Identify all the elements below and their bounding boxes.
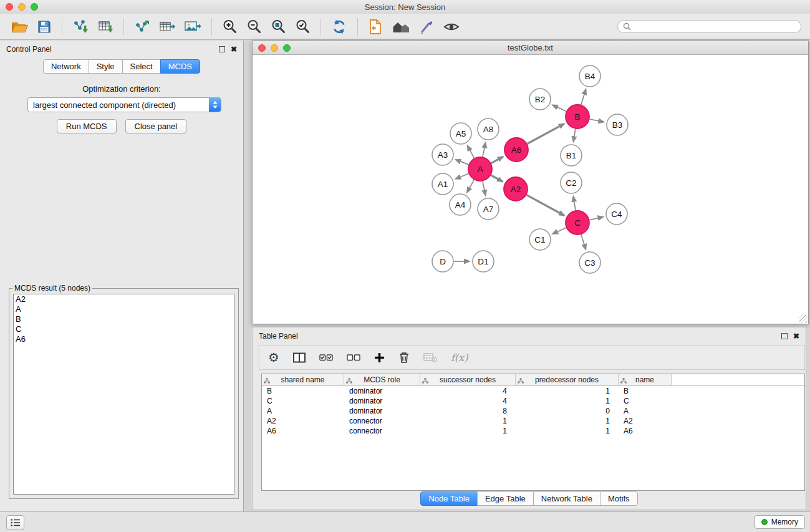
graph-node-B3[interactable]: B3 bbox=[607, 114, 628, 135]
table-settings-gear-icon[interactable]: ⚙ bbox=[268, 351, 279, 364]
network-canvas-container[interactable]: B4B2BB3A5A8A6A3B1AC2A1A2A4A7C4CC1C3DD1 bbox=[253, 55, 808, 324]
graph-node-D[interactable]: D bbox=[432, 251, 453, 272]
column-header-mcds-role[interactable]: MCDS role bbox=[344, 374, 420, 385]
graph-node-B4[interactable]: B4 bbox=[579, 65, 600, 87]
graph-node-A3[interactable]: A3 bbox=[432, 144, 453, 165]
control-tab-mcds[interactable]: MCDS bbox=[160, 59, 200, 74]
mcds-result-item[interactable]: C bbox=[14, 324, 234, 334]
table-row[interactable]: Bdominator41B bbox=[262, 386, 804, 396]
search-box[interactable] bbox=[617, 20, 801, 33]
mcds-result-item[interactable]: A6 bbox=[14, 334, 234, 344]
graph-edge-A-A4[interactable] bbox=[467, 180, 474, 192]
import-table-icon[interactable] bbox=[97, 17, 113, 37]
float-panel-icon[interactable] bbox=[219, 46, 225, 52]
mcds-result-item[interactable]: B bbox=[14, 314, 234, 324]
graph-node-B[interactable]: B bbox=[566, 105, 589, 128]
graph-edge-C-C1[interactable] bbox=[552, 228, 566, 234]
function-builder-icon[interactable]: f(x) bbox=[451, 352, 468, 364]
graph-edge-A6-B[interactable] bbox=[528, 123, 564, 143]
save-session-icon[interactable] bbox=[37, 17, 52, 37]
resize-grip[interactable] bbox=[799, 315, 808, 323]
mcds-result-item[interactable]: A bbox=[14, 304, 234, 314]
run-mcds-button[interactable]: Run MCDS bbox=[57, 119, 117, 133]
delete-column-trash-icon[interactable] bbox=[398, 351, 410, 364]
graph-node-C2[interactable]: C2 bbox=[561, 172, 582, 193]
graph-edge-A2-C[interactable] bbox=[527, 195, 564, 216]
column-header-name[interactable]: name bbox=[619, 374, 672, 385]
column-header-shared-name[interactable]: shared name bbox=[262, 374, 344, 385]
network-close-button[interactable] bbox=[258, 44, 266, 52]
graph-node-C[interactable]: C bbox=[566, 211, 589, 235]
column-header-successor-nodes[interactable]: successor nodes bbox=[420, 374, 516, 385]
graph-edge-B-B4[interactable] bbox=[581, 89, 586, 105]
close-panel-icon[interactable]: ✖ bbox=[231, 46, 237, 53]
graph-edge-A-A6[interactable] bbox=[491, 157, 503, 163]
search-input[interactable] bbox=[634, 22, 796, 32]
graph-edge-C-C2[interactable] bbox=[573, 196, 576, 211]
table-tab-network-table[interactable]: Network Table bbox=[533, 491, 600, 506]
graph-node-B2[interactable]: B2 bbox=[529, 89, 551, 110]
refresh-icon[interactable] bbox=[331, 17, 347, 37]
graph-edge-B-B2[interactable] bbox=[552, 105, 566, 111]
network-window-titlebar[interactable]: testGlobe.txt bbox=[253, 41, 808, 55]
graph-edge-A-A3[interactable] bbox=[456, 160, 469, 165]
show-panels-button[interactable] bbox=[6, 515, 24, 530]
graph-edge-A-A2[interactable] bbox=[491, 175, 503, 181]
network-minimize-button[interactable] bbox=[271, 44, 278, 52]
graph-node-D1[interactable]: D1 bbox=[473, 251, 494, 272]
graph-node-A7[interactable]: A7 bbox=[478, 198, 499, 220]
control-tab-network[interactable]: Network bbox=[43, 59, 89, 74]
graph-node-A8[interactable]: A8 bbox=[478, 118, 499, 140]
zoom-window-button[interactable] bbox=[31, 3, 38, 11]
export-network-icon[interactable] bbox=[134, 17, 150, 37]
graph-edge-C-C4[interactable] bbox=[590, 217, 604, 220]
graph-node-A2[interactable]: A2 bbox=[504, 177, 528, 201]
graph-node-C3[interactable]: C3 bbox=[579, 252, 600, 273]
graph-node-A4[interactable]: A4 bbox=[450, 194, 471, 215]
control-tab-select[interactable]: Select bbox=[122, 59, 161, 74]
export-table-icon[interactable] bbox=[159, 17, 175, 37]
table-row[interactable]: A2connector11A2 bbox=[262, 416, 804, 426]
export-image-icon[interactable] bbox=[184, 17, 201, 37]
table-row[interactable]: Cdominator41C bbox=[262, 396, 804, 406]
close-window-button[interactable] bbox=[6, 3, 13, 11]
graph-edge-A-A7[interactable] bbox=[483, 181, 486, 196]
table-tab-motifs[interactable]: Motifs bbox=[600, 491, 638, 506]
import-network-icon[interactable] bbox=[72, 17, 89, 37]
table-tab-node-table[interactable]: Node Table bbox=[420, 491, 478, 506]
memory-button[interactable]: Memory bbox=[755, 515, 805, 529]
zoom-in-icon[interactable] bbox=[222, 17, 238, 37]
graph-node-A5[interactable]: A5 bbox=[450, 123, 471, 144]
table-row[interactable]: Adominator80A bbox=[262, 406, 804, 416]
zoom-out-icon[interactable] bbox=[246, 17, 262, 37]
add-column-icon[interactable] bbox=[374, 352, 385, 363]
graph-node-B1[interactable]: B1 bbox=[561, 145, 582, 166]
graph-edge-A-A1[interactable] bbox=[455, 173, 468, 178]
control-tab-style[interactable]: Style bbox=[89, 59, 123, 74]
graph-node-A[interactable]: A bbox=[468, 157, 492, 181]
graph-edge-C-C3[interactable] bbox=[581, 235, 586, 249]
close-panel-button[interactable]: Close panel bbox=[125, 119, 187, 133]
column-visibility-icon[interactable] bbox=[293, 352, 306, 363]
criterion-dropdown[interactable]: largest connected component (directed) bbox=[27, 97, 221, 112]
select-all-rows-icon[interactable] bbox=[319, 354, 333, 362]
graph-node-C4[interactable]: C4 bbox=[606, 203, 627, 225]
graph-node-A1[interactable]: A1 bbox=[432, 173, 453, 195]
network-graph[interactable]: B4B2BB3A5A8A6A3B1AC2A1A2A4A7C4CC1C3DD1 bbox=[253, 55, 808, 324]
minimize-window-button[interactable] bbox=[18, 3, 26, 11]
graph-node-C1[interactable]: C1 bbox=[529, 229, 551, 250]
mcds-result-item[interactable]: A2 bbox=[14, 294, 234, 304]
eye-icon[interactable] bbox=[443, 17, 460, 37]
zoom-selected-icon[interactable] bbox=[295, 17, 311, 37]
delete-table-icon[interactable] bbox=[423, 352, 437, 362]
graph-edge-A-A8[interactable] bbox=[483, 143, 486, 157]
home-icon[interactable] bbox=[392, 17, 410, 37]
table-tab-edge-table[interactable]: Edge Table bbox=[477, 491, 534, 506]
zoom-fit-icon[interactable] bbox=[271, 17, 286, 37]
table-row[interactable]: A6connector11A6 bbox=[262, 426, 804, 436]
column-header-predecessor-nodes[interactable]: predecessor nodes bbox=[516, 374, 619, 385]
graph-edge-B-B3[interactable] bbox=[590, 119, 604, 122]
style-brush-icon[interactable] bbox=[419, 17, 434, 37]
network-zoom-button[interactable] bbox=[283, 44, 291, 52]
graph-edge-A-A5[interactable] bbox=[468, 145, 475, 158]
